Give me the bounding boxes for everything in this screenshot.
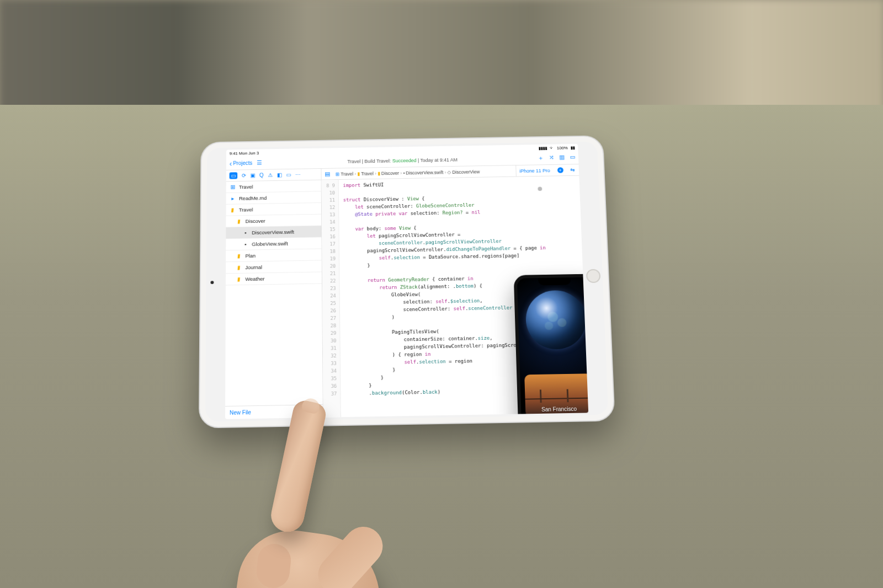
file-tree-item[interactable]: GlobeView.swift [226,237,321,250]
front-camera-icon [210,281,214,284]
project-navigator: TravelReadMe.mdTravelDiscoverDiscoverVie… [225,180,323,419]
folder-icon [236,264,242,271]
folder-icon [229,207,236,213]
battery-full-icon: ▮▮ [571,145,575,149]
swift-icon [242,229,249,236]
add-button[interactable]: ＋ [538,154,544,162]
device-picker[interactable]: iPhone 11 Pro + ⇆ [515,164,579,177]
file-tree-item[interactable]: Travel [226,203,322,216]
breadcrumb-segment[interactable]: Travel [341,171,353,177]
project-icon [230,184,236,190]
folder-icon: ▮ [377,170,380,175]
bridge-silhouette-icon [525,389,588,403]
file-tree-label: Discover [246,218,265,224]
breadcrumb-segment[interactable]: DiscoverView [452,169,480,174]
file-tree-item[interactable]: ReadMe.md [226,191,321,205]
chevron-right-icon [353,171,357,176]
file-tree-label: Travel [239,207,253,213]
breadcrumb-segment[interactable]: Travel [361,171,374,177]
symbol-icon: ◇ [448,169,451,174]
file-tree-item[interactable]: Plan [226,249,322,262]
build-project: Travel [347,158,360,164]
file-tree[interactable]: TravelReadMe.mdTravelDiscoverDiscoverVie… [225,180,323,406]
folder-icon [236,218,242,224]
navigator-project-icon[interactable]: ▭ [230,172,238,179]
navigator-breakpoints-icon[interactable]: ▭ [286,172,291,178]
file-tree-label: Journal [245,264,262,270]
navigator-more-icon[interactable]: ⋯ [295,172,301,177]
sidebar-footer: New File ⊜ [225,404,323,419]
file-tree-item[interactable]: Weather [226,272,322,285]
file-tree-item[interactable]: Journal [226,260,322,274]
breadcrumb-segment[interactable]: Discover [381,170,399,176]
project-icon: ⊞ [336,172,340,177]
file-tree-label: Plan [245,253,256,259]
status-time: 9:41 [230,151,238,156]
file-tree-label: ReadMe.md [239,195,267,201]
navigator-debug-icon[interactable]: ◧ [277,172,282,178]
md-icon [229,195,236,201]
swift-icon: ▪ [403,170,405,175]
preview-card-label: San Francisco [525,405,588,414]
minimap-cursor-icon [538,187,542,191]
status-battery-text: 100% [557,145,568,150]
activity-status[interactable]: Travel | Build Travel: Succeeded | Today… [347,157,458,164]
ipad-device-frame: 9:41 Mon Jun 3 ▮▮▮▮ ᯤ 100% ▮▮ Projects ☰… [199,135,615,428]
preview-region-card[interactable]: San Francisco [524,373,588,417]
status-date: Mon Jun 3 [239,151,259,156]
cell-signal-icon: ▮▮▮▮ [539,146,547,151]
list-view-toggle[interactable]: ☰ [257,159,262,166]
build-scheme: Build Travel: [364,158,391,164]
back-label: Projects [233,160,252,166]
folder-icon [236,253,242,259]
home-button[interactable] [586,269,601,283]
back-button[interactable]: Projects [230,160,252,166]
swift-icon [242,241,249,248]
code-editor[interactable]: 8 9 10 11 12 13 14 15 16 17 18 19 20 21 … [322,176,589,418]
canvas-preview-device[interactable]: San Francisco [514,274,589,419]
add-device-button[interactable]: + [557,167,563,173]
phone-notch-icon [538,277,571,285]
file-tree-item[interactable]: Discover [226,215,321,228]
file-tree-label: Travel [239,184,253,190]
folder-icon: ▮ [357,171,360,176]
navigator-selector: ▭ ⟳ ▣ Q ⚠ ◧ ▭ ⋯ [226,169,322,181]
library-button[interactable]: ▥ [559,154,565,162]
panel-toggle-button[interactable]: ▭ [570,154,575,162]
file-tree-item[interactable]: DiscoverView.swift [226,226,321,239]
file-tree-label: Weather [245,276,264,282]
stepper-arrows-icon[interactable]: ⇆ [570,167,576,173]
build-time: Today at 9:41 AM [420,157,458,163]
file-tree-item[interactable]: Travel [226,180,321,194]
chevron-right-icon [374,170,377,175]
ipad-screen: 9:41 Mon Jun 3 ▮▮▮▮ ᯤ 100% ▮▮ Projects ☰… [225,144,588,419]
navigator-find-icon[interactable]: Q [259,172,264,178]
line-number-gutter[interactable]: 8 9 10 11 12 13 14 15 16 17 18 19 20 21 … [322,180,341,418]
folder-icon [236,276,242,282]
toggle-gutter-icon[interactable]: ▤ [325,170,330,177]
new-file-button[interactable]: New File [230,409,251,416]
wifi-icon: ᯤ [550,146,554,150]
file-tree-label: DiscoverView.swift [252,229,294,236]
navigator-symbols-icon[interactable]: ▣ [250,173,255,178]
navigator-source-control-icon[interactable]: ⟳ [242,173,246,178]
filter-button[interactable]: ⊜ [311,408,318,415]
build-status: Succeeded [392,158,417,163]
navigator-issues-icon[interactable]: ⚠ [268,172,273,178]
run-button[interactable]: ⤮ [549,154,554,162]
breadcrumb-segment[interactable]: DiscoverView.swift [406,169,443,175]
file-tree-label: GlobeView.swift [252,240,288,247]
device-picker-label: iPhone 11 Pro [519,168,550,173]
